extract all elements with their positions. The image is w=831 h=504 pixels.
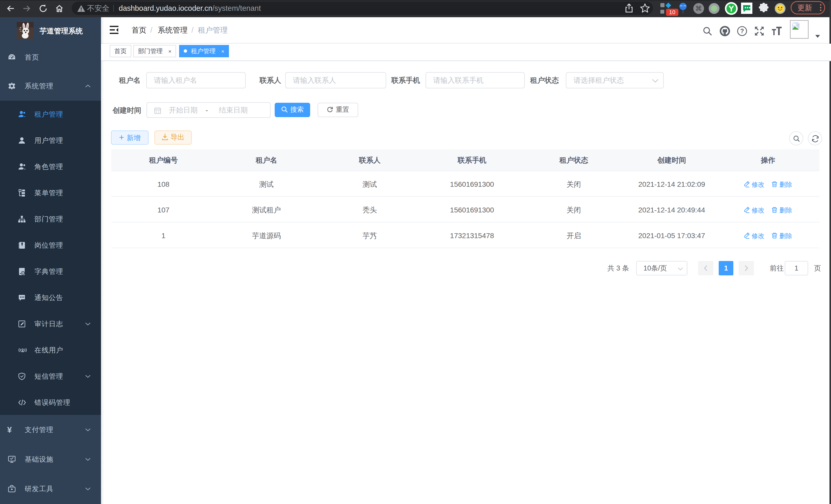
- svg-text:?: ?: [740, 28, 744, 34]
- svg-text:⌘: ⌘: [695, 5, 702, 12]
